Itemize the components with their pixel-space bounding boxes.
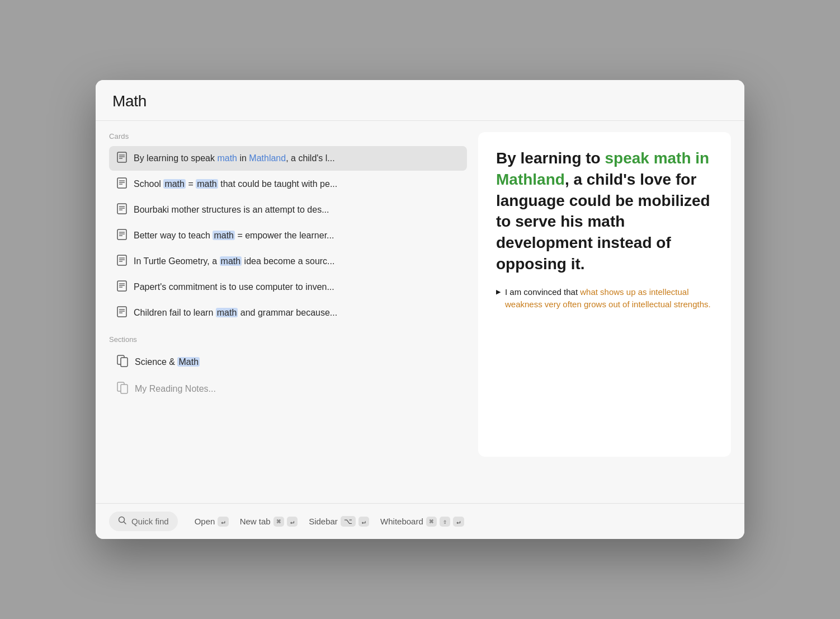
bullet-arrow-icon: ▶	[496, 287, 501, 297]
list-item[interactable]: Children fail to learn math and grammar …	[109, 301, 467, 325]
open-action[interactable]: Open ↵	[195, 517, 229, 527]
list-item[interactable]: In Turtle Geometry, a math idea become a…	[109, 249, 467, 274]
whiteboard-key3: ↵	[453, 517, 464, 527]
highlight-mathland: Mathland	[249, 153, 286, 163]
search-input[interactable]	[112, 92, 728, 110]
result-text: Better way to teach math = empower the l…	[134, 231, 334, 241]
list-item[interactable]: School math = math that could be taught …	[109, 172, 467, 196]
document-icon	[117, 229, 127, 242]
sidebar-action[interactable]: Sidebar ⌥ ↵	[309, 516, 369, 527]
new-tab-action[interactable]: New tab ⌘ ↵	[240, 517, 298, 527]
sections-section-label: Sections	[109, 335, 467, 344]
svg-rect-8	[117, 204, 126, 214]
bullet-text: I am convinced that what shows up as int…	[505, 286, 713, 311]
whiteboard-label: Whiteboard	[380, 517, 423, 526]
highlight-math: math	[220, 256, 242, 266]
document-icon	[117, 306, 127, 320]
document-icon	[117, 280, 127, 294]
cards-section-label: Cards	[109, 132, 467, 140]
result-text: Science & Math	[135, 357, 200, 367]
search-icon	[118, 516, 127, 527]
new-tab-key1: ⌘	[273, 517, 284, 527]
footer: Quick find Open ↵ New tab ⌘ ↵ Sidebar ⌥ …	[96, 503, 744, 539]
svg-rect-4	[117, 178, 126, 188]
list-item[interactable]: Better way to teach math = empower the l…	[109, 223, 467, 248]
result-text: Bourbaki mother structures is an attempt…	[134, 205, 329, 215]
svg-rect-16	[117, 255, 126, 265]
svg-rect-0	[117, 152, 126, 162]
list-item[interactable]: My Reading Notes...	[109, 376, 467, 402]
list-item[interactable]: By learning to speak math in Mathland, a…	[109, 146, 467, 171]
search-modal: Cards By learning to speak math in Mathl…	[96, 80, 744, 539]
list-item[interactable]: Science & Math	[109, 349, 467, 375]
left-panel: Cards By learning to speak math in Mathl…	[109, 132, 478, 503]
new-tab-label: New tab	[240, 517, 271, 526]
quick-find-button[interactable]: Quick find	[109, 512, 178, 531]
highlight-math2: math	[196, 179, 218, 189]
sidebar-label: Sidebar	[309, 517, 338, 526]
sidebar-key1: ⌥	[341, 516, 356, 527]
highlight-math: math	[217, 153, 237, 163]
whiteboard-key2: ⇧	[440, 517, 450, 527]
highlight-math: Math	[177, 357, 200, 367]
footer-actions: Open ↵ New tab ⌘ ↵ Sidebar ⌥ ↵ Whiteboar…	[195, 516, 731, 527]
preview-green-text: speak math in Mathland	[496, 149, 709, 188]
result-text: School math = math that could be taught …	[134, 179, 337, 189]
bullet-item: ▶ I am convinced that what shows up as i…	[496, 286, 713, 311]
preview-title: By learning to speak math in Mathland, a…	[496, 148, 713, 275]
sidebar-key2: ↵	[358, 517, 369, 527]
open-key: ↵	[218, 517, 228, 527]
svg-rect-29	[121, 358, 128, 367]
document-icon	[117, 255, 127, 268]
new-tab-key2: ↵	[287, 517, 298, 527]
whiteboard-key1: ⌘	[426, 517, 437, 527]
result-text: My Reading Notes...	[135, 384, 216, 394]
highlight-math: math	[216, 308, 238, 317]
svg-rect-20	[117, 281, 126, 291]
quick-find-label: Quick find	[131, 517, 169, 526]
svg-rect-24	[117, 307, 126, 317]
whiteboard-action[interactable]: Whiteboard ⌘ ⇧ ↵	[380, 517, 464, 527]
list-item[interactable]: Papert's commitment is to use computer t…	[109, 275, 467, 299]
document-icon	[117, 177, 127, 191]
document-icon	[117, 203, 127, 217]
list-item[interactable]: Bourbaki mother structures is an attempt…	[109, 198, 467, 222]
open-label: Open	[195, 517, 215, 526]
orange-highlight: what shows up as intellectual weakness v…	[505, 287, 711, 310]
result-text: Children fail to learn math and grammar …	[134, 308, 337, 318]
result-text: By learning to speak math in Mathland, a…	[134, 153, 335, 163]
result-text: In Turtle Geometry, a math idea become a…	[134, 256, 334, 266]
document-icon	[117, 152, 127, 165]
main-content: Cards By learning to speak math in Mathl…	[96, 121, 744, 503]
section-document-icon	[117, 382, 128, 396]
svg-line-33	[124, 522, 126, 524]
result-text: Papert's commitment is to use computer t…	[134, 282, 334, 292]
section-document-icon	[117, 355, 128, 369]
search-bar	[96, 80, 744, 121]
svg-rect-12	[117, 229, 126, 240]
svg-rect-31	[121, 384, 128, 393]
highlight-math: math	[163, 179, 186, 189]
preview-panel: By learning to speak math in Mathland, a…	[478, 132, 731, 457]
highlight-math: math	[213, 231, 235, 240]
